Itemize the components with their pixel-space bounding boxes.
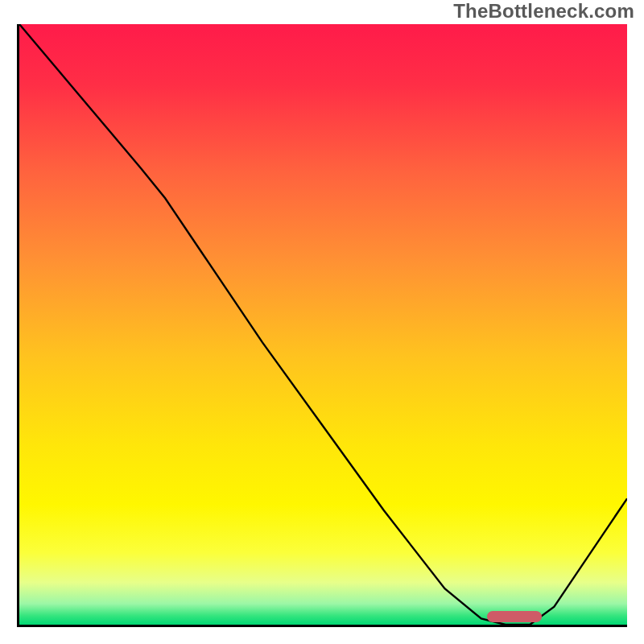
chart-container: TheBottleneck.com: [0, 0, 644, 644]
plot-area: [17, 24, 627, 627]
curve-line: [19, 24, 627, 625]
optimum-marker: [487, 611, 542, 622]
watermark-text: TheBottleneck.com: [453, 0, 634, 23]
